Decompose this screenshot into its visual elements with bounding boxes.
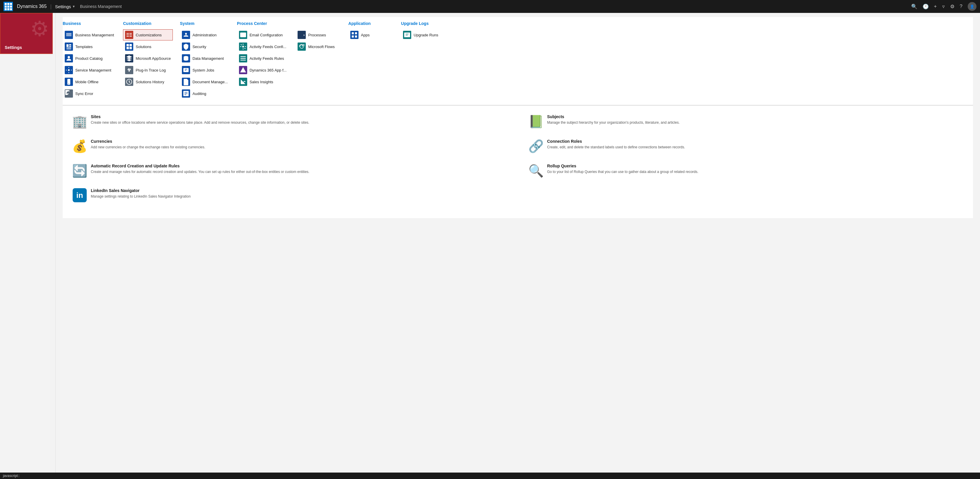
detail-row-1: 🏢 Sites Create new sites or office locat… [71,113,965,130]
subjects-text: Subjects Manage the subject hierarchy fo… [547,114,680,125]
detail-item-linkedin[interactable]: in LinkedIn Sales Navigator Manage setti… [71,187,509,204]
sidebar-item-microsoft-appsource[interactable]: Microsoft AppSource [123,53,173,64]
sidebar-item-solutions-history[interactable]: Solutions History [123,76,173,87]
detail-item-currencies[interactable]: 💰 Currencies Add new currencies or chang… [71,137,509,155]
sidebar-item-activity-feeds-config[interactable]: Activity Feeds Confi... [237,41,288,52]
rollup-queries-icon: 🔍 [529,164,543,178]
sites-icon: 🏢 [73,114,87,128]
sidebar-item-dynamics-365-app[interactable]: Dynamics 365 App f... [237,64,288,76]
detail-section: 🏢 Sites Create new sites or office locat… [63,105,973,218]
microsoft-appsource-icon [125,54,133,62]
templates-icon [65,43,73,51]
customizations-icon [125,31,133,39]
sidebar-item-apps[interactable]: Apps [348,29,394,40]
sidebar-item-business-management[interactable]: Business Management [63,29,116,40]
detail-item-connection-roles[interactable]: 🔗 Connection Roles Create, edit, and del… [527,137,965,155]
detail-item-sites[interactable]: 🏢 Sites Create new sites or office locat… [71,113,509,130]
apps-label: Apps [361,33,370,37]
gear-icon[interactable]: ⚙ [950,3,955,10]
dynamics-365-app-icon [239,66,247,74]
auditing-icon [182,89,190,97]
detail-item-automatic-record[interactable]: 🔄 Automatic Record Creation and Update R… [71,162,509,179]
sidebar-item-solutions[interactable]: Solutions [123,41,173,52]
sync-error-label: Sync Error [75,91,93,96]
section-header-application: Application [348,21,394,26]
svg-rect-2 [66,33,72,34]
add-icon[interactable]: + [934,3,937,10]
sidebar-item-activity-feeds-rules[interactable]: Activity Feeds Rules [237,53,288,64]
automatic-record-title: Automatic Record Creation and Update Rul… [91,164,309,168]
nav-separator: | [50,3,51,10]
sidebar-item-document-management[interactable]: Document Manage... [180,76,230,87]
section-header-business: Business [63,21,116,26]
section-application: Application Apps [348,21,401,100]
settings-tile[interactable]: ⚙ Settings [0,13,53,54]
sections-grid: Business Business Management Templates [63,17,973,105]
sidebar-item-mobile-offline[interactable]: Mobile Offline [63,76,116,87]
sidebar-item-data-management[interactable]: Data Management [180,53,230,64]
app-title: Dynamics 365 [17,4,46,9]
svg-rect-22 [240,32,246,37]
sidebar-item-upgrade-runs[interactable]: Upgrade Runs [401,29,447,40]
rollup-queries-description: Go to your list of Rollup Queries that y… [547,169,698,174]
sync-error-icon [65,89,73,97]
section-header-upgrade-logs: Upgrade Logs [401,21,447,26]
email-configuration-icon [239,31,247,39]
settings-nav[interactable]: Settings ▼ [55,4,75,9]
detail-row-3: 🔄 Automatic Record Creation and Update R… [71,162,965,179]
apps-icon [350,31,358,39]
history-icon[interactable]: 🕐 [923,3,929,10]
subjects-title: Subjects [547,114,680,119]
sidebar-item-sync-error[interactable]: Sync Error [63,88,116,99]
processes-icon [298,31,306,39]
connection-roles-text: Connection Roles Create, edit, and delet… [547,139,685,150]
section-upgrade-logs: Upgrade Logs Upgrade Runs [401,21,454,100]
filter-icon[interactable]: ▿ [942,3,945,10]
gear-large-icon: ⚙ [30,16,49,41]
sites-text: Sites Create new sites or office locatio… [91,114,309,125]
plug-in-trace-log-label: Plug-In Trace Log [135,68,166,72]
linkedin-description: Manage settings relating to LinkedIn Sal… [91,194,191,199]
sidebar-item-email-configuration[interactable]: Email Configuration [237,29,288,40]
svg-rect-15 [129,47,132,49]
user-avatar[interactable]: 👤 [968,2,977,11]
plug-in-trace-log-icon [125,66,133,74]
sites-description: Create new sites or office locations whe… [91,120,309,125]
section-process-center: Process Center Email Configuration Activ… [237,21,296,100]
detail-item-rollup-queries[interactable]: 🔍 Rollup Queries Go to your list of Roll… [527,162,965,179]
security-icon [182,43,190,51]
sidebar-item-system-jobs[interactable]: System Jobs [180,64,230,76]
svg-rect-29 [355,35,357,38]
connection-roles-title: Connection Roles [547,139,685,144]
sidebar-item-processes[interactable]: Processes [296,29,341,40]
section-processes: _ Processes Microsoft Flows [296,21,348,100]
sidebar-item-security[interactable]: Security [180,41,230,52]
sites-title: Sites [91,114,309,119]
linkedin-icon: in [73,188,87,202]
waffle-button[interactable] [3,2,13,11]
svg-rect-7 [67,49,71,49]
sidebar-item-customizations[interactable]: Customizations [123,29,173,40]
svg-marker-25 [304,34,305,36]
activity-feeds-rules-label: Activity Feeds Rules [250,56,284,61]
sidebar-item-plug-in-trace-log[interactable]: Plug-In Trace Log [123,64,173,76]
linkedin-title: LinkedIn Sales Navigator [91,188,191,193]
help-icon[interactable]: ? [960,3,963,10]
sidebar-item-product-catalog[interactable]: Product Catalog [63,53,116,64]
svg-rect-3 [67,44,68,47]
search-icon[interactable]: 🔍 [911,3,917,10]
data-management-label: Data Management [192,56,224,61]
svg-rect-5 [69,46,71,47]
sidebar-item-templates[interactable]: Templates [63,41,116,52]
sidebar-item-administration[interactable]: Administration [180,29,230,40]
sales-insights-label: Sales Insights [250,80,273,84]
sidebar-item-auditing[interactable]: Auditing [180,88,230,99]
detail-item-subjects[interactable]: 📗 Subjects Manage the subject hierarchy … [527,113,965,130]
sidebar-item-microsoft-flows[interactable]: Microsoft Flows [296,41,341,52]
mobile-offline-label: Mobile Offline [75,80,99,84]
sidebar-item-service-management[interactable]: Service Management [63,64,116,76]
activity-feeds-rules-icon [239,54,247,62]
processes-label: Processes [308,33,326,37]
document-management-icon [182,78,190,86]
sidebar-item-sales-insights[interactable]: Sales Insights [237,76,288,87]
